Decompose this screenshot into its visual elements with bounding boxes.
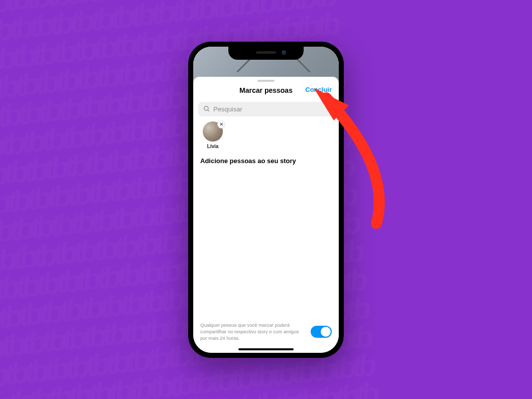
tagged-person-name: Lívia xyxy=(200,144,225,149)
home-indicator[interactable] xyxy=(238,348,294,350)
sheet-title: Marcar pessoas xyxy=(239,86,293,94)
phone-notch xyxy=(228,47,304,60)
footer-disclaimer: Qualquer pessoa que você marcar poderá c… xyxy=(200,322,305,341)
phone-screen: Marcar pessoas Concluir Pesquisar ✕ Lívi… xyxy=(193,47,339,353)
close-icon: ✕ xyxy=(219,121,223,127)
sheet-header: Marcar pessoas Concluir xyxy=(193,82,339,100)
search-icon xyxy=(203,105,210,112)
remove-tag-button[interactable]: ✕ xyxy=(217,120,225,128)
done-button[interactable]: Concluir xyxy=(305,86,332,93)
speaker-icon xyxy=(256,51,276,54)
phone-frame: Marcar pessoas Concluir Pesquisar ✕ Lívi… xyxy=(188,42,344,358)
tag-people-sheet: Marcar pessoas Concluir Pesquisar ✕ Lívi… xyxy=(193,77,339,353)
tagged-person[interactable]: ✕ Lívia xyxy=(200,121,225,149)
footer-row: Qualquer pessoa que você marcar poderá c… xyxy=(200,322,332,341)
svg-point-0 xyxy=(204,106,208,110)
toggle-knob xyxy=(321,327,331,337)
search-input[interactable]: Pesquisar xyxy=(198,102,334,116)
section-title: Adicione pessoas ao seu story xyxy=(200,157,332,165)
camera-icon xyxy=(282,50,286,55)
svg-line-1 xyxy=(208,110,209,111)
share-toggle[interactable] xyxy=(311,326,332,338)
search-placeholder: Pesquisar xyxy=(213,105,242,113)
